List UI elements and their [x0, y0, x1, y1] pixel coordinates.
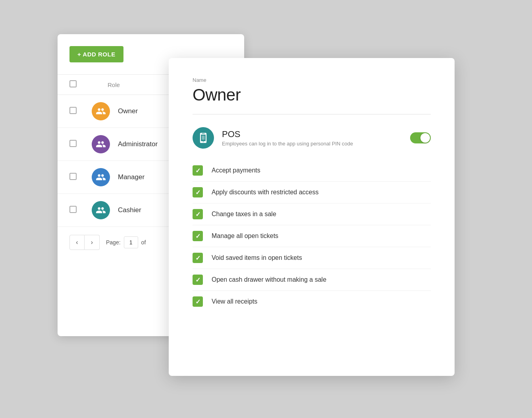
permission-view-receipts: ✓ View all receipts [193, 291, 431, 312]
change-taxes-label: Change taxes in a sale [212, 211, 276, 218]
prev-page-button[interactable]: ‹ [69, 235, 85, 250]
page-info: Page: of [106, 236, 146, 248]
page-label: Page: [106, 239, 121, 246]
pos-device-icon [198, 132, 209, 143]
open-cash-drawer-checkbox[interactable]: ✓ [193, 275, 203, 285]
manager-avatar [92, 168, 110, 186]
apply-discounts-checkbox[interactable]: ✓ [193, 187, 203, 197]
toggle-track[interactable] [410, 132, 431, 143]
role-title: Owner [193, 85, 431, 104]
check-icon: ✓ [195, 276, 200, 284]
check-icon: ✓ [195, 298, 200, 306]
apply-discounts-label: Apply discounts with restricted access [212, 189, 318, 196]
administrator-avatar [92, 135, 110, 153]
check-icon: ✓ [195, 232, 200, 240]
check-icon: ✓ [195, 189, 200, 196]
page-number-input[interactable] [124, 236, 138, 248]
of-label: of [141, 239, 146, 246]
permission-accept-payments: ✓ Accept payments [193, 160, 431, 182]
check-icon: ✓ [195, 167, 200, 174]
administrator-name: Administrator [118, 140, 158, 148]
permission-manage-tickets: ✓ Manage all open tickets [193, 225, 431, 247]
pos-text: POS Employees can log in to the app usin… [222, 129, 410, 147]
pos-section: POS Employees can log in to the app usin… [193, 127, 431, 149]
divider [193, 114, 431, 114]
void-items-label: Void saved items in open tickets [212, 254, 302, 261]
cashier-name: Cashier [118, 206, 141, 214]
manage-tickets-label: Manage all open tickets [212, 232, 278, 240]
people-icon [96, 172, 106, 182]
svg-rect-0 [202, 135, 205, 140]
manage-tickets-checkbox[interactable]: ✓ [193, 231, 203, 241]
name-label: Name [193, 77, 431, 83]
cashier-checkbox[interactable] [69, 206, 77, 213]
pos-toggle[interactable] [410, 132, 431, 143]
next-page-button[interactable]: › [85, 235, 100, 250]
accept-payments-checkbox[interactable]: ✓ [193, 165, 203, 176]
change-taxes-checkbox[interactable]: ✓ [193, 209, 203, 219]
cashier-avatar [92, 201, 110, 219]
permission-apply-discounts: ✓ Apply discounts with restricted access [193, 182, 431, 203]
check-icon: ✓ [195, 254, 200, 262]
permission-void-items: ✓ Void saved items in open tickets [193, 247, 431, 269]
toggle-thumb [420, 133, 430, 143]
permission-change-taxes: ✓ Change taxes in a sale [193, 203, 431, 225]
people-icon [96, 106, 106, 116]
permission-open-cash-drawer: ✓ Open cash drawer without making a sale [193, 269, 431, 291]
role-detail-card: Name Owner POS Employees can log in to t… [169, 58, 455, 376]
permissions-list: ✓ Accept payments ✓ Apply discounts with… [193, 160, 431, 312]
accept-payments-label: Accept payments [212, 167, 260, 174]
select-all-checkbox[interactable] [69, 80, 77, 87]
view-receipts-checkbox[interactable]: ✓ [193, 296, 203, 307]
manager-checkbox[interactable] [69, 173, 77, 180]
view-receipts-label: View all receipts [212, 298, 257, 305]
role-column-header: Role [108, 81, 120, 88]
pos-subtitle: Employees can log in to the app using pe… [222, 141, 410, 147]
people-icon [96, 139, 106, 149]
people-icon [96, 205, 106, 215]
owner-avatar [92, 102, 110, 120]
administrator-checkbox[interactable] [69, 140, 77, 147]
pos-title: POS [222, 129, 410, 139]
pos-icon-circle [193, 127, 214, 149]
manager-name: Manager [118, 173, 145, 181]
check-icon: ✓ [195, 211, 200, 218]
void-items-checkbox[interactable]: ✓ [193, 253, 203, 263]
owner-checkbox[interactable] [69, 107, 77, 114]
add-role-button[interactable]: + ADD ROLE [69, 46, 123, 62]
owner-name: Owner [118, 107, 138, 115]
open-cash-drawer-label: Open cash drawer without making a sale [212, 276, 326, 283]
